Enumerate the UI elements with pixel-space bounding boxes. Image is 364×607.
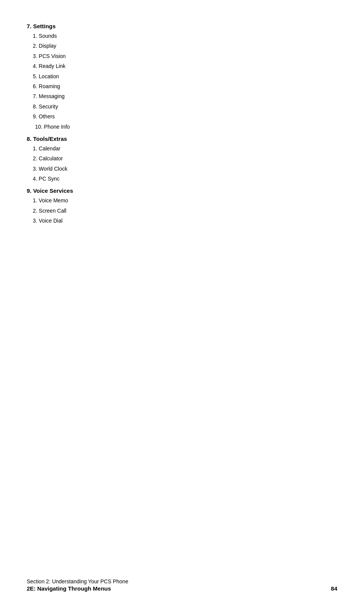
- menu-item-settings-5: 5. Location: [33, 71, 340, 81]
- section-header-voice: 9. Voice Services: [27, 187, 340, 194]
- menu-item-settings-2: 2. Display: [33, 41, 340, 51]
- section-voice: 9. Voice Services1. Voice Memo2. Screen …: [27, 187, 340, 226]
- menu-item-settings-9: 9. Others: [33, 111, 340, 121]
- menu-item-settings-3: 3. PCS Vision: [33, 51, 340, 61]
- section-header-tools: 8. Tools/Extras: [27, 136, 340, 142]
- menu-item-settings-6: 6. Roaming: [33, 81, 340, 91]
- section-settings: 7. Settings1. Sounds2. Display3. PCS Vis…: [27, 23, 340, 132]
- section-tools: 8. Tools/Extras1. Calendar2. Calculator3…: [27, 136, 340, 184]
- menu-item-voice-2: 2. Screen Call: [33, 206, 340, 216]
- menu-item-tools-4: 4. PC Sync: [33, 174, 340, 184]
- menu-item-tools-3: 3. World Clock: [33, 164, 340, 174]
- menu-item-settings-1: 1. Sounds: [33, 31, 340, 41]
- menu-item-settings-8: 8. Security: [33, 102, 340, 111]
- menu-item-settings-7: 7. Messaging: [33, 91, 340, 101]
- section-header-settings: 7. Settings: [27, 23, 340, 29]
- footer-chapter-label: 2E: Navigating Through Menus: [27, 585, 111, 592]
- menu-item-tools-2: 2. Calculator: [33, 153, 340, 163]
- menu-item-settings-4: 4. Ready Link: [33, 61, 340, 71]
- page-footer: Section 2: Understanding Your PCS Phone …: [27, 578, 337, 592]
- menu-item-voice-1: 1. Voice Memo: [33, 195, 340, 205]
- footer-section-label: Section 2: Understanding Your PCS Phone: [27, 578, 337, 584]
- menu-item-tools-1: 1. Calendar: [33, 144, 340, 153]
- main-content: 7. Settings1. Sounds2. Display3. PCS Vis…: [27, 23, 340, 230]
- menu-item-settings-10: 10. Phone Info: [35, 122, 340, 132]
- footer-page-number: 84: [331, 585, 337, 592]
- menu-item-voice-3: 3. Voice Dial: [33, 216, 340, 226]
